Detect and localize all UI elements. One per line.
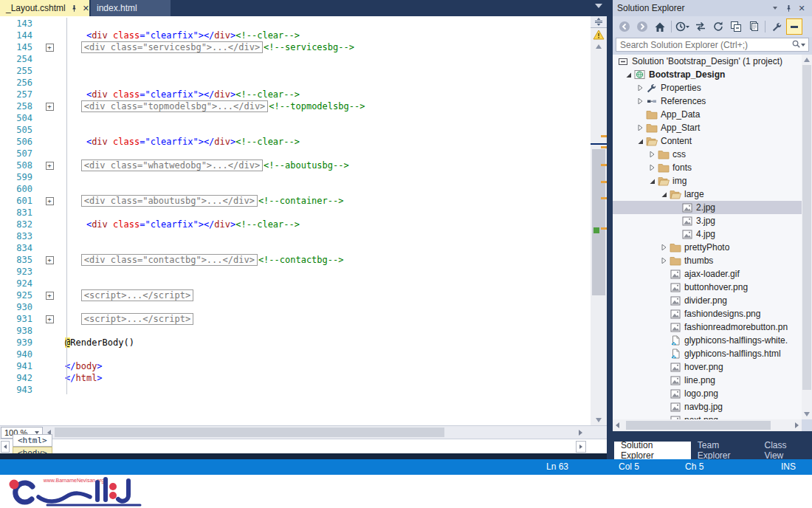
tree-item-prettyphoto[interactable]: prettyPhoto bbox=[613, 241, 802, 254]
code-text[interactable]: <div class="servicesbg">...</div><!--ser… bbox=[65, 42, 354, 52]
expander-open-icon[interactable] bbox=[623, 69, 633, 80]
expander-closed-icon[interactable] bbox=[635, 83, 645, 93]
expander-closed-icon[interactable] bbox=[658, 242, 669, 253]
tree-horizontal-scrollbar[interactable] bbox=[613, 419, 802, 431]
collapsed-region[interactable]: <div class="aboutusbg">...</div> bbox=[81, 195, 258, 207]
breadcrumb-tag-html[interactable]: <html> bbox=[13, 434, 52, 447]
tool-tab-class-view[interactable]: Class View bbox=[757, 442, 812, 459]
refresh-button[interactable] bbox=[710, 18, 726, 35]
tree-item-properties[interactable]: Properties bbox=[613, 81, 802, 95]
scrollbar-thumb[interactable] bbox=[802, 65, 811, 390]
chevron-down-icon[interactable] bbox=[801, 44, 805, 49]
expander-closed-icon[interactable] bbox=[647, 162, 657, 173]
code-text[interactable]: <script>...</script> bbox=[65, 290, 194, 301]
collapsed-region[interactable]: <div class="contactbg">...</div> bbox=[81, 254, 258, 266]
home-button[interactable] bbox=[652, 18, 668, 35]
tree-item-buttonhover-png[interactable]: buttonhover.png bbox=[613, 281, 802, 294]
tab-index-html[interactable]: index.html bbox=[91, 0, 171, 16]
expander-open-icon[interactable] bbox=[647, 176, 657, 186]
collapse-all-button[interactable] bbox=[728, 18, 744, 35]
tree-item-divider-png[interactable]: divider.png bbox=[613, 294, 802, 307]
pin-icon[interactable] bbox=[782, 2, 794, 14]
close-icon[interactable]: ✕ bbox=[83, 4, 89, 13]
horizontal-scrollbar-thumb[interactable] bbox=[55, 428, 444, 437]
tree-item-glyphicons-halflings-html[interactable]: glyphicons-halflings.html bbox=[613, 347, 802, 360]
tree-item-bootstrap-design[interactable]: Bootstrap_Design bbox=[613, 68, 802, 81]
fold-expander-button[interactable]: + bbox=[46, 315, 54, 323]
search-icon[interactable] bbox=[791, 39, 801, 51]
tree-item-fonts[interactable]: fonts bbox=[613, 161, 802, 174]
tree-item-4-jpg[interactable]: 4.jpg bbox=[613, 227, 802, 241]
tree-item-logo-png[interactable]: logo.png bbox=[613, 387, 802, 400]
sync-with-active-document-button[interactable] bbox=[692, 18, 709, 35]
show-all-files-button[interactable] bbox=[746, 18, 762, 35]
tree-item-3-jpg[interactable]: 3.jpg bbox=[613, 214, 802, 227]
tree-item-fashiondesigns-png[interactable]: fashiondesigns.png bbox=[613, 307, 802, 320]
split-window-handle[interactable] bbox=[591, 16, 607, 28]
scroll-right-arrow[interactable] bbox=[579, 430, 582, 436]
forward-button[interactable] bbox=[634, 18, 650, 35]
tree-item-ajax-loader-gif[interactable]: ajax-loader.gif bbox=[613, 267, 802, 281]
fold-expander-button[interactable]: + bbox=[46, 103, 54, 111]
scroll-down-arrow[interactable] bbox=[596, 418, 602, 422]
collapsed-region[interactable]: <script>...</script> bbox=[81, 313, 194, 325]
collapsed-region[interactable]: <script>...</script> bbox=[81, 289, 194, 301]
panel-splitter[interactable] bbox=[607, 0, 613, 459]
pin-icon[interactable] bbox=[70, 4, 78, 13]
fold-expander-button[interactable]: + bbox=[46, 256, 54, 264]
tree-item-img[interactable]: img bbox=[613, 174, 802, 188]
window-menu-icon[interactable] bbox=[769, 2, 781, 14]
properties-button[interactable] bbox=[768, 18, 785, 35]
collapsed-region[interactable]: <div class="servicesbg">...</div> bbox=[81, 41, 263, 53]
code-text[interactable]: <div class="clearfix"></div><!--clear--> bbox=[65, 137, 300, 147]
scrollbar-thumb[interactable] bbox=[592, 149, 605, 295]
expander-closed-icon[interactable] bbox=[658, 255, 669, 266]
code-editor[interactable]: 143144 <div class="clearfix"></div><!--c… bbox=[0, 16, 591, 425]
tree-item-line-png[interactable]: line.png bbox=[613, 374, 802, 387]
tab-layout-cshtml[interactable]: _Layout.cshtml ✕ bbox=[0, 0, 89, 16]
breadcrumb-scroll-right[interactable] bbox=[576, 441, 586, 453]
preview-selected-items-button[interactable] bbox=[786, 18, 802, 35]
pending-changes-button[interactable] bbox=[675, 18, 691, 35]
tree-item-solution-bootstrap-design-1-project[interactable]: Solution 'Bootstrap_Design' (1 project) bbox=[613, 55, 802, 68]
editor-vertical-scrollbar[interactable] bbox=[591, 16, 607, 425]
tree-item-large[interactable]: large bbox=[613, 188, 802, 201]
tree-item-app-start[interactable]: App_Start bbox=[613, 121, 802, 134]
scroll-up-arrow[interactable] bbox=[596, 44, 602, 49]
tree-item-app-data[interactable]: App_Data bbox=[613, 108, 802, 121]
code-text[interactable]: <div class="clearfix"></div><!--clear--> bbox=[65, 89, 300, 100]
tree-item-fashionreadmorebutton-pn[interactable]: fashionreadmorebutton.pn bbox=[613, 320, 802, 334]
fold-expander-button[interactable]: + bbox=[46, 292, 54, 300]
collapsed-region[interactable]: <div class="topmodelsbg">...</div> bbox=[81, 100, 269, 112]
scroll-left-arrow[interactable] bbox=[616, 422, 619, 428]
close-icon[interactable]: ✕ bbox=[796, 2, 808, 14]
tool-tab-solution-explorer[interactable]: Solution Explorer bbox=[614, 442, 691, 459]
expander-closed-icon[interactable] bbox=[635, 96, 645, 106]
tree-item-content[interactable]: Content bbox=[613, 134, 802, 148]
tool-tab-team-explorer[interactable]: Team Explorer bbox=[691, 442, 758, 459]
collapsed-region[interactable]: <div class="whatwedobg">...</div> bbox=[81, 159, 263, 171]
code-text[interactable]: <div class="clearfix"></div><!--clear--> bbox=[65, 30, 300, 41]
breadcrumb-scroll-left[interactable] bbox=[1, 441, 10, 453]
tree-item-css[interactable]: css bbox=[613, 148, 802, 161]
search-input[interactable] bbox=[616, 40, 791, 50]
tree-item-glyphicons-halflings-white[interactable]: glyphicons-halflings-white. bbox=[613, 334, 802, 347]
code-text[interactable]: <div class="contactbg">...</div><!--cont… bbox=[65, 255, 343, 265]
scroll-right-arrow[interactable] bbox=[795, 422, 799, 428]
code-text[interactable]: <script>...</script> bbox=[65, 314, 194, 324]
tree-item-hover-png[interactable]: hover.png bbox=[613, 360, 802, 374]
code-text[interactable]: <div class="topmodelsbg">...</div><!--to… bbox=[65, 101, 365, 111]
expander-open-icon[interactable] bbox=[658, 189, 669, 199]
code-text[interactable]: @RenderBody() bbox=[65, 337, 134, 348]
tree-vertical-scrollbar[interactable] bbox=[802, 55, 812, 419]
back-button[interactable] bbox=[616, 18, 633, 35]
tree-item-2-jpg[interactable]: 2.jpg bbox=[613, 201, 802, 214]
expander-open-icon[interactable] bbox=[635, 136, 645, 146]
document-list-dropdown-icon[interactable] bbox=[595, 4, 602, 12]
scroll-up-arrow[interactable] bbox=[804, 58, 810, 62]
code-text[interactable]: </html> bbox=[65, 373, 103, 383]
code-text[interactable]: </body> bbox=[65, 361, 103, 371]
tree-item-thumbs[interactable]: thumbs bbox=[613, 254, 802, 267]
scrollbar-thumb[interactable] bbox=[626, 421, 771, 430]
fold-expander-button[interactable]: + bbox=[46, 44, 54, 52]
